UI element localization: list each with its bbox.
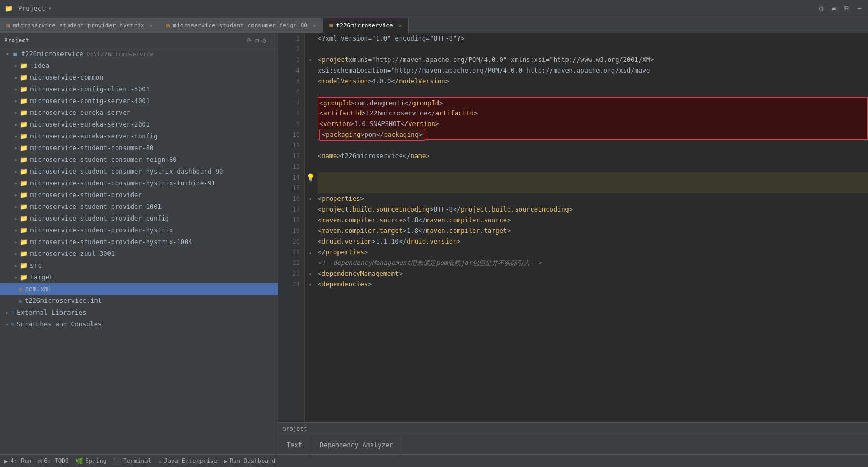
bottom-tab-text[interactable]: Text xyxy=(278,435,311,455)
sidebar-item-11[interactable]: ▸📁microservice-student-provider xyxy=(0,189,278,201)
code-line-13[interactable] xyxy=(318,161,868,172)
folder-icon: 📁 xyxy=(19,144,28,152)
code-line-8[interactable]: <artifactId>t226microservice</artifactId… xyxy=(318,108,868,119)
code-line-18[interactable]: <maven.compiler.source>1.8</maven.compil… xyxy=(318,215,868,225)
tab-tab3[interactable]: mt226microservice✕ xyxy=(323,18,409,33)
sidebar-item-7[interactable]: ▸📁microservice-student-consumer-80 xyxy=(0,142,278,154)
gutter-9 xyxy=(305,119,316,129)
status-terminal[interactable]: ⬛Terminal xyxy=(113,457,151,465)
code-line-17[interactable]: <project.build.sourceEncoding>UTF-8</pro… xyxy=(318,204,868,215)
folder-icon: 📁 xyxy=(19,226,28,235)
code-line-14[interactable] xyxy=(318,172,868,183)
sidebar-sync-icon[interactable]: ⟳ xyxy=(247,37,252,44)
code-line-4[interactable]: xsi:schemaLocation="http://maven.apache.… xyxy=(318,65,868,76)
sidebar-root-item[interactable]: ▾◼t226microserviceD:\t226microservice xyxy=(0,48,278,60)
chevron-icon: ▸ xyxy=(13,157,19,163)
bulb-icon[interactable]: 💡 xyxy=(306,173,315,182)
sidebar-item-2[interactable]: ▸📁microservice-config-client-5001 xyxy=(0,83,278,95)
code-line-3[interactable]: <project xmlns="http://maven.apache.org/… xyxy=(318,55,868,65)
status-java-enterprise[interactable]: ☕Java Enterprise xyxy=(158,457,217,465)
sidebar-item-19[interactable]: mpom.xml xyxy=(0,283,278,295)
sidebar-item-1[interactable]: ▸📁microservice-common xyxy=(0,72,278,83)
item-label: microservice-eureka-server xyxy=(30,109,130,116)
code-line-2[interactable] xyxy=(318,44,868,55)
status-spring[interactable]: 🌿Spring xyxy=(75,457,107,465)
code-line-12[interactable]: <name>t226microservice</name> xyxy=(318,151,868,161)
gutter-1 xyxy=(305,33,316,44)
minimize-icon[interactable]: − xyxy=(855,3,864,13)
tab-close-icon[interactable]: ✕ xyxy=(313,22,316,28)
code-line-6[interactable] xyxy=(318,87,868,97)
title-dropdown-icon[interactable]: ▾ xyxy=(49,5,52,11)
code-line-20[interactable]: <druid.version>1.1.10</druid.version> xyxy=(318,236,868,247)
code-line-15[interactable] xyxy=(318,183,868,193)
sidebar-gear-icon[interactable]: ⚙ xyxy=(263,37,266,44)
sidebar-item-20[interactable]: mt226microservice.iml xyxy=(0,295,278,307)
status-todo[interactable]: ☑6: TODO xyxy=(38,457,69,465)
split-icon[interactable]: ⇌ xyxy=(830,3,839,13)
sidebar-item-8[interactable]: ▸📁microservice-student-consumer-feign-80 xyxy=(0,154,278,166)
bottom-tab-dependency-analyzer[interactable]: Dependency Analyzer xyxy=(311,435,402,455)
breadcrumb-text: project xyxy=(282,425,307,432)
line-number-17: 17 xyxy=(282,204,300,215)
gutter-10 xyxy=(305,129,316,140)
title-project-label[interactable]: Project xyxy=(18,5,45,12)
sidebar-item-18[interactable]: ▸📁target xyxy=(0,271,278,283)
code-line-10[interactable]: <packaging>pom</packaging> xyxy=(318,129,868,140)
sidebar-item-9[interactable]: ▸📁microservice-student-consumer-hystrix-… xyxy=(0,166,278,177)
code-line-24[interactable]: <dependencies> xyxy=(318,279,868,290)
sidebar-scratches[interactable]: ▸✎Scratches and Consoles xyxy=(0,318,278,330)
gear-icon[interactable]: ⊟ xyxy=(842,3,851,13)
sidebar-item-3[interactable]: ▸📁microservice-config-server-4001 xyxy=(0,95,278,107)
fold-icon[interactable]: ▴ xyxy=(309,250,312,255)
sidebar-collapse-icon[interactable]: ⊟ xyxy=(255,37,259,44)
code-line-11[interactable] xyxy=(318,140,868,151)
code-line-23[interactable]: <dependencyManagement> xyxy=(318,268,868,279)
chevron-icon: ▸ xyxy=(13,86,19,92)
tab-tab1[interactable]: mmicroservice-student-provider-hystrix✕ xyxy=(0,18,160,33)
sidebar-item-14[interactable]: ▸📁microservice-student-provider-hystrix xyxy=(0,224,278,236)
tab-close-icon[interactable]: ✕ xyxy=(398,22,402,28)
settings-icon[interactable]: ⚙ xyxy=(817,3,826,13)
line-number-3: 3 xyxy=(282,55,300,65)
code-line-5[interactable]: <modelVersion>4.0.0</modelVersion> xyxy=(318,76,868,87)
line-number-8: 8 xyxy=(282,108,300,119)
sidebar-item-16[interactable]: ▸📁microservice-zuul-3001 xyxy=(0,248,278,260)
gutter-20 xyxy=(305,236,316,247)
item-label: microservice-zuul-3001 xyxy=(30,250,115,258)
gutter-24: ▾ xyxy=(305,279,316,290)
status-run[interactable]: ▶4: Run xyxy=(4,457,32,465)
status-run-dashboard-label: Run Dashboard xyxy=(229,457,275,464)
editor-content[interactable]: 123456789101112131415161718192021222324 … xyxy=(278,33,868,422)
sidebar-item-10[interactable]: ▸📁microservice-student-consumer-hystrix-… xyxy=(0,177,278,189)
sidebar-item-0[interactable]: ▸📁.idea xyxy=(0,60,278,72)
code-line-19[interactable]: <maven.compiler.target>1.8</maven.compil… xyxy=(318,225,868,236)
sidebar-item-17[interactable]: ▸📁src xyxy=(0,260,278,271)
sidebar-title: Project xyxy=(4,37,243,44)
fold-icon[interactable]: ▾ xyxy=(309,57,312,63)
sidebar-item-5[interactable]: ▸📁microservice-eureka-server-2001 xyxy=(0,119,278,130)
line-number-16: 16 xyxy=(282,193,300,204)
tab-close-icon[interactable]: ✕ xyxy=(150,22,153,28)
fold-icon[interactable]: ▾ xyxy=(309,271,312,277)
sidebar-item-12[interactable]: ▸📁microservice-student-provider-1001 xyxy=(0,201,278,213)
code-line-16[interactable]: <properties> xyxy=(318,193,868,204)
code-line-22[interactable]: <!--dependencyManagement用来锁定pom依赖jar包但是并… xyxy=(318,258,868,268)
code-line-9[interactable]: <version>1.0-SNAPSHOT</version> xyxy=(318,119,868,129)
tab-tab2[interactable]: mmicroservice-student-consumer-feign-80✕ xyxy=(160,18,323,33)
fold-icon[interactable]: ▾ xyxy=(309,196,312,202)
code-line-7[interactable]: <groupId>com.dengrenli</groupId> xyxy=(318,97,868,108)
fold-icon[interactable]: ▾ xyxy=(309,282,312,287)
status-spring-label: Spring xyxy=(86,457,107,464)
sidebar-external-libraries[interactable]: ▸≡External Libraries xyxy=(0,307,278,318)
sidebar-item-15[interactable]: ▸📁microservice-student-provider-hystrix-… xyxy=(0,236,278,248)
code-line-1[interactable]: <?xml version="1.0" encoding="UTF-8"?> xyxy=(318,33,868,44)
sidebar-close-icon[interactable]: − xyxy=(270,37,273,44)
sidebar-item-13[interactable]: ▸📁microservice-student-provider-config xyxy=(0,213,278,224)
sidebar-item-4[interactable]: ▸📁microservice-eureka-server xyxy=(0,107,278,119)
status-run-dashboard[interactable]: ▶Run Dashboard xyxy=(224,457,275,465)
line-number-19: 19 xyxy=(282,225,300,236)
code-line-21[interactable]: </properties> xyxy=(318,247,868,258)
item-label: pom.xml xyxy=(25,285,52,293)
sidebar-item-6[interactable]: ▸📁microservice-eureka-server-config xyxy=(0,130,278,142)
